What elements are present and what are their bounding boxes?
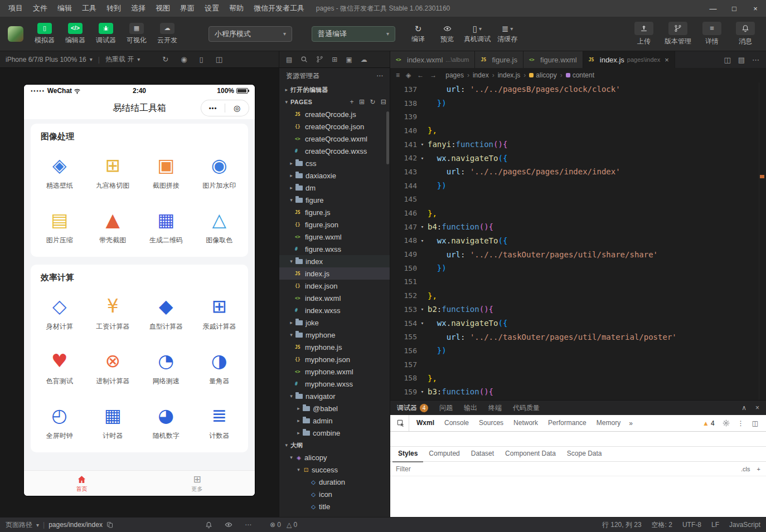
path-mode-select[interactable]: 页面路径 <box>6 520 32 530</box>
layout-icon[interactable]: ▤ <box>738 56 745 64</box>
editor-tab[interactable]: <>index.wxml...\album <box>390 51 475 68</box>
editor-scrollbar[interactable] <box>759 82 766 400</box>
menubar-item[interactable]: 设置 <box>200 0 224 17</box>
new-folder-icon[interactable]: ⊞ <box>359 99 365 105</box>
tool-item[interactable]: ◑量角器 <box>193 340 246 394</box>
pages-section[interactable]: ▾ PAGES +⊞↻⊟ <box>279 96 390 108</box>
tree-file[interactable]: JSfigure.js <box>279 206 390 218</box>
debugger-tab[interactable]: 问题 <box>439 403 453 413</box>
new-file-icon[interactable]: + <box>350 99 354 105</box>
tool-item[interactable]: △图像取色 <box>193 199 246 253</box>
styles-filter-input[interactable] <box>396 465 736 473</box>
tool-item[interactable]: ◔网络测速 <box>139 340 193 394</box>
toolbar-action-button[interactable]: ≣▾清缓存 <box>495 23 520 44</box>
status-encoding[interactable]: UTF-8 <box>682 521 701 529</box>
devtools-tab[interactable]: Performance <box>543 415 592 431</box>
add-style-icon[interactable]: + <box>757 466 760 472</box>
tree-file[interactable]: #createQrcode.wxss <box>279 145 390 157</box>
grid-icon[interactable]: ⊞ <box>332 56 337 63</box>
status-language[interactable]: JavaScript <box>729 521 760 529</box>
tree-file[interactable]: JSindex.js <box>279 267 390 280</box>
phone-tab[interactable]: 首页 <box>24 471 139 496</box>
forward-icon[interactable]: → <box>430 72 437 79</box>
close-tab-icon[interactable]: × <box>665 56 669 64</box>
save-icon[interactable]: ▣ <box>346 56 352 63</box>
settings-gear-icon[interactable] <box>723 419 730 427</box>
overflow-icon[interactable]: » <box>626 419 636 427</box>
tree-folder[interactable]: ▸@babel <box>279 402 390 414</box>
styles-tab[interactable]: Styles <box>392 446 423 462</box>
tree-folder[interactable]: ▸combine <box>279 427 390 439</box>
fold-chevron-icon[interactable]: ▾ <box>417 306 428 312</box>
menubar-item[interactable]: 界面 <box>175 0 200 17</box>
toolbar-button[interactable]: 版本管理 <box>665 22 691 46</box>
outline-item[interactable]: ◇icon <box>279 488 390 500</box>
warnings-indicator[interactable]: ▲ 4 <box>702 419 715 427</box>
fold-chevron-icon[interactable]: ▾ <box>417 320 428 326</box>
toolbar-button[interactable]: 调试器 <box>93 23 119 45</box>
files-icon[interactable]: ▤ <box>286 56 292 63</box>
capsule-close-icon[interactable]: ◎ <box>225 104 249 113</box>
refresh-icon[interactable]: ↻ <box>370 99 375 105</box>
outline-item[interactable]: ◇title <box>279 500 390 513</box>
fold-chevron-icon[interactable]: ▾ <box>417 389 428 394</box>
tool-item[interactable]: ◕随机数字 <box>139 394 193 449</box>
tree-file[interactable]: <>myphone.wxml <box>279 365 390 378</box>
devtools-tab[interactable]: Memory <box>592 415 626 431</box>
tool-item[interactable]: ▣截图拼接 <box>139 144 193 199</box>
menubar-item[interactable]: 文件 <box>28 0 52 17</box>
tree-file[interactable]: #myphone.wxss <box>279 378 390 390</box>
menubar-item[interactable]: 微信开发者工具 <box>249 0 309 17</box>
devtools-tab[interactable]: Console <box>439 415 474 431</box>
styles-tab[interactable]: Component Data <box>500 446 561 462</box>
user-avatar[interactable] <box>8 26 23 42</box>
tool-item[interactable]: ◈精选壁纸 <box>33 144 86 199</box>
tool-item[interactable]: ¥工资计算器 <box>86 285 140 340</box>
explorer-scrollbar[interactable] <box>386 111 389 164</box>
tree-file[interactable]: JSmyphone.js <box>279 341 390 353</box>
cloud-icon[interactable]: ☁ <box>361 56 367 63</box>
breadcrumb-item[interactable]: pages <box>445 71 464 79</box>
source-control-icon[interactable] <box>316 56 323 63</box>
watch-eye-icon[interactable] <box>225 521 232 529</box>
styles-tab[interactable]: Dataset <box>466 446 500 462</box>
notifications-bell-icon[interactable] <box>205 521 212 529</box>
toolbar-action-button[interactable]: ↻编译 <box>406 23 430 44</box>
more-icon[interactable]: ⋯ <box>245 521 251 529</box>
menubar-item[interactable]: 选择 <box>126 0 151 17</box>
menubar-item[interactable]: 工具 <box>77 0 101 17</box>
debugger-tab[interactable]: 代码质量 <box>513 403 540 413</box>
record-icon[interactable]: ◉ <box>181 56 187 63</box>
tree-file[interactable]: {}index.json <box>279 280 390 292</box>
tree-folder[interactable]: ▸joke <box>279 316 390 329</box>
search-icon[interactable] <box>300 56 308 63</box>
fold-chevron-icon[interactable]: ▾ <box>417 141 428 147</box>
problems-indicator[interactable]: ⊗ 0 △ 0 <box>270 521 297 529</box>
tool-item[interactable]: ⊞九宫格切图 <box>86 144 140 199</box>
tool-item[interactable]: ▤图片压缩 <box>33 199 86 253</box>
breadcrumb-item[interactable]: index <box>473 71 489 79</box>
toolbar-button[interactable]: </>编辑器 <box>62 23 88 45</box>
devtools-tab[interactable]: Sources <box>474 415 508 431</box>
tool-item[interactable]: ◆血型计算器 <box>139 285 193 340</box>
tool-item[interactable]: ⊞亲戚计算器 <box>193 285 246 340</box>
tool-item[interactable]: ▦计时器 <box>86 394 140 449</box>
outline-item[interactable]: ▾⊡success <box>279 463 390 476</box>
maximize-icon[interactable]: □ <box>724 0 745 17</box>
minimize-icon[interactable]: — <box>702 0 724 17</box>
tool-item[interactable]: ♥色盲测试 <box>33 340 86 394</box>
tree-folder[interactable]: ▸daxiaoxie <box>279 169 390 182</box>
menubar-item[interactable]: 转到 <box>101 0 126 17</box>
status-eol[interactable]: LF <box>711 521 719 529</box>
bookmark-icon[interactable]: ◈ <box>406 72 411 79</box>
tool-item[interactable]: ▦生成二维码 <box>139 199 193 253</box>
fold-chevron-icon[interactable]: ▾ <box>417 238 428 243</box>
tool-item[interactable]: ◇身材计算 <box>33 285 86 340</box>
tool-item[interactable]: ◴全屏时钟 <box>33 394 86 449</box>
mode-select[interactable]: 小程序模式 ▾ <box>209 26 292 42</box>
toolbar-button[interactable]: ▯模拟器 <box>32 23 57 45</box>
menubar-item[interactable]: 视图 <box>151 0 175 17</box>
tree-folder[interactable]: ▾index <box>279 255 390 267</box>
hot-reload-toggle[interactable]: 热重载 开 <box>105 55 134 64</box>
rotate-icon[interactable]: ↻ <box>162 56 168 63</box>
